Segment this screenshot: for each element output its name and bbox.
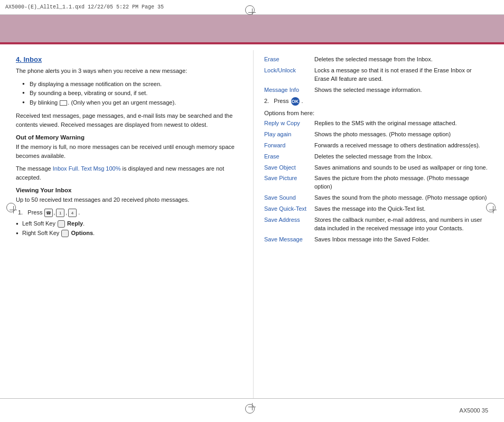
step1: 1. Press ☎ , 1 , 4 .	[18, 209, 240, 217]
red-line	[0, 42, 504, 44]
kv-key: Save Sound	[264, 194, 314, 202]
kv-val: Shows the selected message information.	[314, 86, 488, 95]
right-soft-key-icon	[61, 230, 69, 237]
digit-1-icon: 1	[56, 209, 64, 217]
left-soft-key-action: Reply	[67, 220, 83, 227]
kv-row: Save Sound Saves the sound from the phot…	[264, 194, 488, 202]
kv-key: Forward	[264, 142, 314, 150]
kv-row: Play again Shows the photo messages. (Ph…	[264, 130, 488, 139]
highlight-text: Inbox Full. Text Msg 100%	[53, 165, 121, 172]
main-content: 4. Inbox The phone alerts you in 3 ways …	[0, 50, 504, 398]
left-soft-key-row: Left Soft Key Reply.	[16, 220, 240, 228]
kv-key: Erase	[264, 55, 314, 64]
kv-key: Reply w Copy	[264, 119, 314, 128]
kv-val: Deletes the selected message from the In…	[314, 153, 488, 161]
kv-val: Deletes the selected message from the In…	[314, 55, 488, 64]
crosshair-circle-bottom	[245, 404, 255, 414]
kv-val: Saves the picture from the photo message…	[314, 174, 488, 191]
viewing-heading: Viewing Your Inbox	[16, 187, 240, 193]
kv-key: Save Object	[264, 164, 314, 172]
ok-icon: OK	[291, 97, 300, 106]
left-soft-key-icon	[58, 220, 65, 228]
step1-icons: ☎ , 1 , 4	[44, 209, 77, 217]
viewing-text: Up to 50 received text messages and 20 r…	[16, 195, 240, 204]
kv-row: Save Object Saves animations and sounds …	[264, 164, 488, 172]
kv-row: Save Address Stores the callback number,…	[264, 216, 488, 233]
kv-key: Save Message	[264, 236, 314, 244]
kv-key: Erase	[264, 153, 314, 161]
list-item: By displaying a message notification on …	[22, 80, 240, 89]
received-text: Received text messages, page messages, a…	[16, 111, 240, 129]
left-soft-key-label: Left Soft Key Reply.	[22, 220, 85, 228]
kv-key: Message Info	[264, 86, 314, 95]
kv-row: Save Message Saves Inbox message into th…	[264, 236, 488, 244]
bottom-kv-list: Reply w Copy Replies to the SMS with the…	[264, 119, 488, 244]
list-item: By sounding a beep, vibrating or sound, …	[22, 89, 240, 98]
text-pre: The message	[16, 165, 53, 172]
decorative-band	[0, 15, 504, 42]
kv-row: Erase Deletes the selected message from …	[264, 55, 488, 64]
kv-row: Save Quick-Text Saves the message into t…	[264, 205, 488, 213]
out-of-memory-text1: If the memory is full, no more messages …	[16, 143, 240, 160]
kv-key: Save Quick-Text	[264, 205, 314, 213]
list-item: By blinking . (Only when you get an urge…	[22, 98, 240, 108]
out-of-memory-text2: The message Inbox Full. Text Msg 100% is…	[16, 164, 240, 182]
kv-val: Saves Inbox message into the Saved Folde…	[314, 236, 488, 244]
kv-val: Stores the callback number, e-mail addre…	[314, 216, 488, 233]
kv-val: Forwards a received message to others de…	[314, 142, 488, 150]
footer-text: AX5000 35	[460, 407, 488, 414]
kv-val: Locks a message so that it is not erased…	[314, 67, 488, 83]
options-heading: Options from here:	[264, 110, 488, 116]
crosshair-circle-top	[245, 5, 255, 15]
kv-row: Message Info Shows the selected message …	[264, 86, 488, 95]
kv-row: Erase Deletes the selected message from …	[264, 153, 488, 161]
header-text: AX5000-(E)_Alltel_1.1.qxd 12/22/05 5:22 …	[5, 4, 164, 10]
kv-key: Save Picture	[264, 174, 314, 191]
top-kv-list: Erase Deletes the selected message from …	[264, 55, 488, 95]
kv-row: Forward Forwards a received message to o…	[264, 142, 488, 150]
kv-key: Lock/Unlock	[264, 67, 314, 83]
kv-val: Saves animations and sounds to be used a…	[314, 164, 488, 172]
kv-key: Save Address	[264, 216, 314, 233]
kv-val: Replies to the SMS with the original mes…	[314, 119, 488, 128]
kv-val: Shows the photo messages. (Photo message…	[314, 130, 488, 139]
left-column: 4. Inbox The phone alerts you in 3 ways …	[16, 50, 253, 398]
bullet-list: By displaying a message notification on …	[16, 80, 240, 108]
right-soft-key-label: Right Soft Key Options.	[22, 230, 95, 237]
phone-icon: ☎	[44, 209, 53, 217]
kv-row: Lock/Unlock Locks a message so that it i…	[264, 67, 488, 83]
kv-row: Reply w Copy Replies to the SMS with the…	[264, 119, 488, 128]
out-of-memory-heading: Out of Memory Warning	[16, 134, 240, 140]
intro-text: The phone alerts you in 3 ways when you …	[16, 67, 240, 76]
envelope-icon	[60, 100, 67, 106]
right-soft-key-row: Right Soft Key Options.	[16, 230, 240, 237]
digit-4-icon: 4	[68, 209, 77, 217]
right-soft-key-action: Options	[71, 230, 93, 236]
kv-row: Save Picture Saves the picture from the …	[264, 174, 488, 191]
right-column: Erase Deletes the selected message from …	[253, 50, 488, 398]
section-title: 4. Inbox	[16, 55, 240, 63]
step2: 2. Press OK .	[264, 97, 488, 106]
kv-key: Play again	[264, 130, 314, 139]
kv-val: Saves the message into the Quick-Text li…	[314, 205, 488, 213]
kv-val: Saves the sound from the photo message. …	[314, 194, 488, 202]
